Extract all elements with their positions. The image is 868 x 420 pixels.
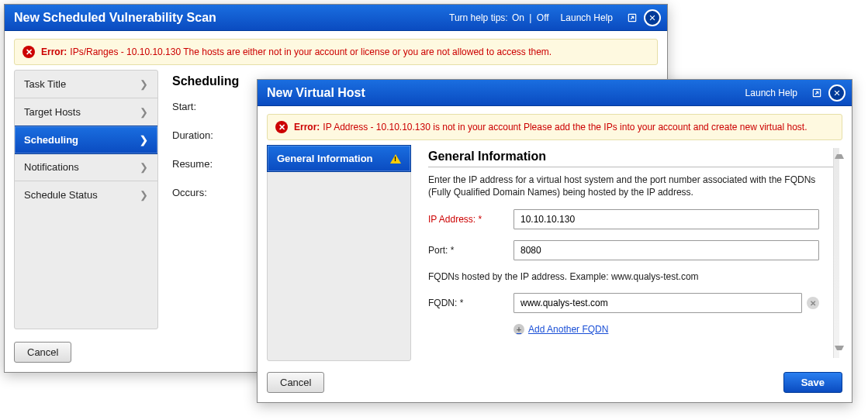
launch-help-link[interactable]: Launch Help [745,88,797,98]
tab-general-information[interactable]: General Information [267,145,411,172]
dialog-title: New Virtual Host [264,86,365,100]
help-tips-on[interactable]: On [512,12,524,23]
nav-task-title[interactable]: Task Title ❯ [15,71,157,98]
error-icon: ✕ [275,121,288,133]
error-banner: ✕ Error: IP Address - 10.10.10.130 is no… [267,114,842,140]
chevron-right-icon: ❯ [140,189,148,201]
popout-icon[interactable] [808,84,825,102]
port-label: Port: * [428,245,514,256]
fqdn-note: FQDNs hosted by the IP address. Example:… [428,271,819,282]
scrollbar[interactable] [833,148,839,358]
virtual-host-dialog: New Virtual Host Launch Help ✕ Error: IP… [257,79,852,403]
port-input[interactable] [514,240,819,260]
add-another-fqdn-link[interactable]: + Add Another FQDN [514,324,608,335]
chevron-right-icon: ❯ [140,106,148,118]
error-message: IPs/Ranges - 10.10.10.130 The hosts are … [70,46,552,57]
chevron-right-icon: ❯ [140,78,148,90]
titlebar: New Scheduled Vulnerability Scan Turn he… [5,5,667,31]
launch-help-link[interactable]: Launch Help [561,12,613,23]
cancel-button[interactable]: Cancel [267,372,324,393]
virtual-host-tabs: General Information [267,145,411,361]
error-message: IP Address - 10.10.10.130 is not in your… [323,122,807,133]
section-description: Enter the IP address for a virtual host … [428,174,835,198]
fqdn-label: FQDN: * [428,298,514,308]
chevron-right-icon: ❯ [140,161,148,173]
dialog-title: New Scheduled Vulnerability Scan [11,11,216,25]
section-heading: General Information [428,150,835,167]
wizard-nav: Task Title ❯ Target Hosts ❯ Scheduling ❯… [14,70,158,329]
nav-notifications[interactable]: Notifications ❯ [15,153,157,181]
nav-schedule-status[interactable]: Schedule Status ❯ [15,181,157,208]
close-icon[interactable] [644,9,661,26]
cancel-button[interactable]: Cancel [14,342,71,363]
error-icon: ✕ [22,46,35,58]
close-icon[interactable] [828,84,846,102]
warning-icon [390,154,401,164]
save-button[interactable]: Save [783,372,842,393]
plus-icon: + [514,324,524,335]
fqdn-input[interactable] [514,293,802,313]
ip-address-label: IP Address: * [428,214,514,225]
error-label: Error: [41,46,67,57]
help-tips-toggle: Turn help tips: On | Off [448,12,550,23]
help-tips-off[interactable]: Off [537,12,549,23]
error-banner: ✕ Error: IPs/Ranges - 10.10.10.130 The h… [14,39,658,65]
clear-fqdn-icon[interactable]: ✕ [807,297,819,309]
popout-icon[interactable] [624,9,641,26]
chevron-right-icon: ❯ [140,134,148,146]
titlebar: New Virtual Host Launch Help [258,80,852,106]
nav-scheduling[interactable]: Scheduling ❯ [14,126,158,154]
general-information-panel: General Information Enter the IP address… [411,145,838,361]
nav-target-hosts[interactable]: Target Hosts ❯ [15,98,157,126]
error-label: Error: [294,122,320,133]
ip-address-input[interactable] [514,209,819,229]
